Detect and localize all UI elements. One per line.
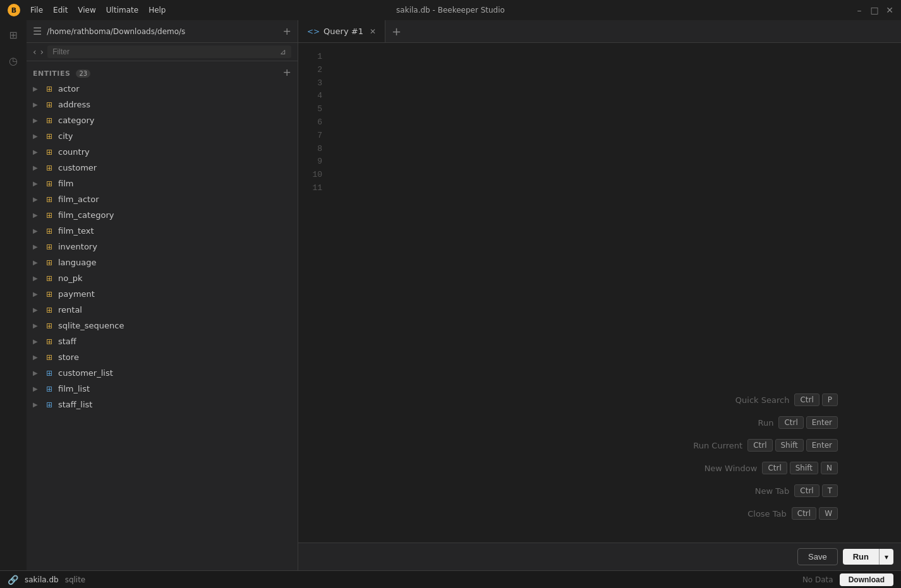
shortcut-label: Run: [710, 418, 773, 428]
entity-item-store[interactable]: ▶ ⊞ store: [27, 349, 298, 365]
table-icon: ⊞: [44, 290, 54, 299]
sidebar-db-icon: ☰: [33, 25, 42, 37]
entity-item-category[interactable]: ▶ ⊞ category: [27, 112, 298, 128]
download-button[interactable]: Download: [840, 573, 893, 586]
entity-name: store: [58, 352, 79, 362]
chevron-icon: ▶: [33, 322, 40, 329]
entities-section-header: ENTITIES 23 +: [27, 61, 298, 81]
shortcut-keys: Ctrl W: [792, 507, 838, 520]
entity-item-inventory[interactable]: ▶ ⊞ inventory: [27, 239, 298, 255]
add-entity-button[interactable]: +: [283, 66, 291, 78]
table-icon: ⊞: [44, 321, 54, 330]
chevron-icon: ▶: [33, 306, 40, 313]
shortcut-quick-search: Quick Search Ctrl P: [726, 393, 838, 406]
chevron-icon: ▶: [33, 291, 40, 297]
chevron-icon: ▶: [33, 85, 40, 92]
table-icon: ⊞: [44, 306, 54, 315]
status-right: No Data Download: [802, 573, 893, 586]
key-ctrl: Ctrl: [762, 462, 787, 474]
chevron-icon: ▶: [33, 164, 40, 171]
entity-item-sqlite-sequence[interactable]: ▶ ⊞ sqlite_sequence: [27, 318, 298, 333]
table-icon: ⊞: [44, 85, 54, 93]
entity-name: film_list: [58, 384, 90, 393]
entity-item-film[interactable]: ▶ ⊞ film: [27, 176, 298, 191]
entity-item-city[interactable]: ▶ ⊞ city: [27, 128, 298, 144]
entity-name: address: [58, 100, 90, 109]
shortcut-label: Quick Search: [726, 395, 789, 405]
no-data-label: No Data: [802, 575, 833, 584]
sidebar-add-connection-button[interactable]: +: [283, 25, 291, 37]
entity-item-payment[interactable]: ▶ ⊞ payment: [27, 286, 298, 302]
close-button[interactable]: ✕: [886, 6, 893, 14]
history-icon[interactable]: ◷: [6, 52, 20, 69]
nav-back-icon[interactable]: ‹: [33, 47, 37, 57]
maximize-button[interactable]: □: [871, 6, 878, 14]
chevron-icon: ▶: [33, 227, 40, 234]
entity-name: rental: [58, 305, 82, 315]
menu-ultimate[interactable]: Ultimate: [106, 6, 138, 15]
tab-close-button[interactable]: ✕: [370, 27, 376, 36]
entity-item-film-category[interactable]: ▶ ⊞ film_category: [27, 207, 298, 223]
entity-item-address[interactable]: ▶ ⊞ address: [27, 97, 298, 112]
chevron-icon: ▶: [33, 148, 40, 155]
menu-help[interactable]: Help: [148, 6, 166, 15]
save-button[interactable]: Save: [797, 548, 838, 565]
sidebar: ☰ /home/rathboma/Downloads/demo/s + ‹ › …: [27, 20, 298, 570]
menu-view[interactable]: View: [78, 6, 95, 15]
run-button[interactable]: Run: [843, 549, 879, 565]
entity-list: ▶ ⊞ actor ▶ ⊞ address ▶ ⊞ category ▶ ⊞ c…: [27, 81, 298, 570]
entity-name: staff_list: [58, 400, 92, 409]
chevron-icon: ▶: [33, 354, 40, 361]
entity-name: customer_list: [58, 368, 113, 378]
titlebar: B File Edit View Ultimate Help sakila.db…: [0, 0, 901, 20]
entities-label-group: ENTITIES 23: [33, 66, 90, 78]
key-w: W: [819, 507, 838, 520]
entity-item-customer[interactable]: ▶ ⊞ customer: [27, 160, 298, 176]
menu-file[interactable]: File: [30, 6, 43, 15]
chevron-icon: ▶: [33, 101, 40, 108]
chevron-icon: ▶: [33, 117, 40, 124]
shortcuts-overlay: Quick Search Ctrl P Run Ctrl Enter Run C…: [679, 393, 838, 520]
entity-item-film-actor[interactable]: ▶ ⊞ film_actor: [27, 191, 298, 207]
minimize-button[interactable]: –: [856, 6, 863, 14]
key-ctrl: Ctrl: [778, 416, 803, 429]
key-ctrl: Ctrl: [747, 439, 772, 452]
entity-item-no-pk[interactable]: ▶ ⊞ no_pk: [27, 270, 298, 286]
entities-label: ENTITIES: [33, 69, 70, 78]
nav-forward-icon[interactable]: ›: [40, 47, 44, 57]
run-dropdown-button[interactable]: ▾: [879, 549, 893, 565]
entity-name: staff: [58, 337, 76, 346]
new-tab-button[interactable]: +: [385, 25, 408, 38]
entity-item-rental[interactable]: ▶ ⊞ rental: [27, 302, 298, 318]
filter-bar[interactable]: ⊿: [47, 45, 291, 58]
table-icon: ⊞: [44, 258, 54, 267]
entity-name: inventory: [58, 242, 97, 251]
entity-item-language[interactable]: ▶ ⊞ language: [27, 255, 298, 270]
titlebar-menu: B File Edit View Ultimate Help: [8, 4, 166, 16]
view-icon: ⊞: [44, 369, 54, 378]
entity-item-country[interactable]: ▶ ⊞ country: [27, 144, 298, 160]
key-enter: Enter: [806, 416, 838, 429]
filter-input[interactable]: [52, 47, 276, 56]
sidebar-nav: ‹ › ⊿: [27, 43, 298, 61]
tab-label: Query #1: [324, 27, 363, 36]
entity-item-film-list[interactable]: ▶ ⊞ film_list: [27, 381, 298, 397]
table-icon: ⊞: [44, 179, 54, 188]
shortcut-label: Run Current: [679, 441, 742, 450]
menu-edit[interactable]: Edit: [53, 6, 68, 15]
connection-icon: 🔗: [8, 575, 18, 585]
shortcut-new-window: New Window Ctrl Shift N: [694, 462, 838, 474]
tab-query-1[interactable]: <> Query #1 ✕: [298, 20, 385, 42]
entity-item-film-text[interactable]: ▶ ⊞ film_text: [27, 223, 298, 239]
entity-item-staff[interactable]: ▶ ⊞ staff: [27, 333, 298, 349]
table-icon: ⊞: [44, 274, 54, 283]
key-ctrl: Ctrl: [794, 484, 819, 497]
shortcut-new-tab: New Tab Ctrl T: [726, 484, 838, 497]
entity-name: actor: [58, 84, 80, 93]
entity-name: customer: [58, 163, 97, 172]
entity-item-customer-list[interactable]: ▶ ⊞ customer_list: [27, 365, 298, 381]
entity-item-actor[interactable]: ▶ ⊞ actor: [27, 81, 298, 97]
entity-item-staff-list[interactable]: ▶ ⊞ staff_list: [27, 397, 298, 412]
database-icon[interactable]: ⊞: [6, 27, 20, 44]
entity-name: sqlite_sequence: [58, 321, 124, 330]
